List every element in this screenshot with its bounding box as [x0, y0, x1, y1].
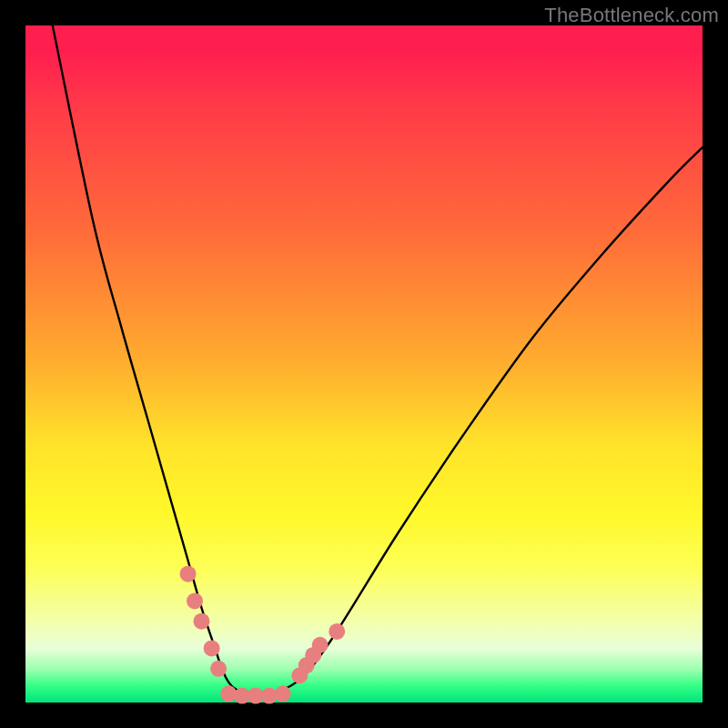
chart-marker — [180, 566, 197, 582]
chart-marker — [187, 592, 203, 609]
chart-marker — [329, 623, 345, 640]
chart-svg — [25, 25, 703, 703]
chart-marker — [204, 640, 220, 656]
chart-frame: TheBottleneck.com — [0, 0, 728, 728]
watermark-text: TheBottleneck.com — [544, 4, 719, 27]
chart-markers — [180, 566, 346, 704]
chart-marker — [193, 613, 209, 630]
chart-marker — [275, 685, 291, 702]
chart-marker — [312, 637, 329, 653]
chart-plot-area — [25, 25, 703, 703]
chart-curve — [53, 25, 703, 697]
chart-marker — [210, 661, 227, 677]
